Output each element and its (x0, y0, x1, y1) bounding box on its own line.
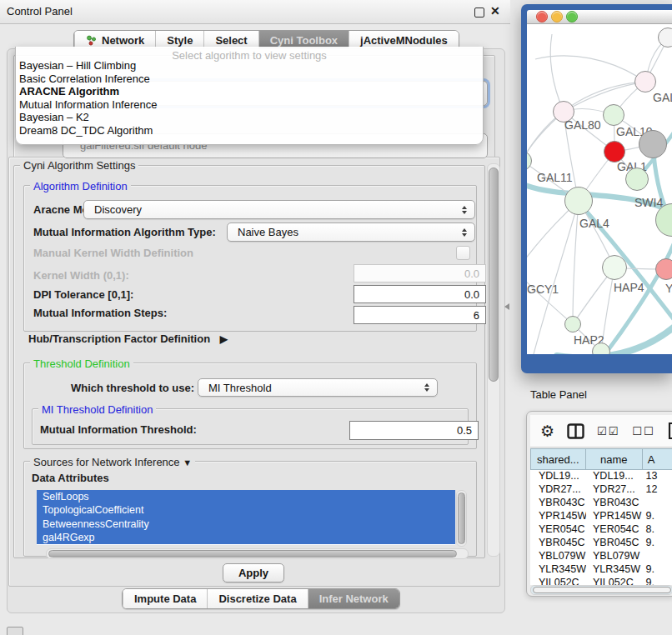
table-row[interactable]: YBR043C YBR043C (530, 497, 672, 510)
table-row[interactable]: YIL052C YIL052C 9. (530, 577, 672, 585)
collapse-arrow-icon[interactable]: ▼ (183, 458, 192, 468)
hub-definition-expander[interactable]: Hub/Transcription Factor Definition ▶ (28, 332, 228, 345)
column-header[interactable]: name (586, 448, 643, 470)
splitpane-collapse-icon[interactable] (504, 303, 509, 310)
mi-type-label: Mutual Information Algorithm Type: (33, 226, 216, 238)
close-traffic-light-icon[interactable] (536, 11, 548, 22)
dropdown-item[interactable]: Bayesian – Hill Climbing (19, 59, 479, 72)
close-icon[interactable]: ✕ (490, 4, 500, 18)
cell-value: 8. (644, 523, 672, 537)
attribute-list-vscrollbar[interactable] (456, 490, 467, 547)
dropdown-item[interactable]: Dream8 DC_TDC Algorithm (19, 124, 479, 138)
table-row[interactable]: YBL079W YBL079W (530, 550, 672, 563)
zoom-traffic-light-icon[interactable] (566, 11, 578, 22)
network-node[interactable] (603, 104, 624, 126)
minimize-traffic-light-icon[interactable] (551, 11, 563, 22)
attribute-list-hscrollbar[interactable] (46, 548, 469, 559)
cell-shared-name: YER054C (530, 523, 586, 537)
float-window-icon[interactable] (474, 8, 484, 18)
network-node[interactable] (655, 258, 672, 280)
mi-steps-input[interactable]: 6 (354, 306, 486, 324)
dropdown-item[interactable]: Basic Correlation Inference (19, 72, 479, 86)
sources-group-title: Sources for Network Inference ▼ (30, 456, 195, 468)
cell-name: YBR043C (586, 497, 644, 510)
data-attributes-list: SelfLoops TopologicalCoefficient Between… (37, 490, 455, 545)
table-panel-window: ⚙ ☑☑ ☐☐ shared... name A YDL19... YDL19.… (526, 411, 672, 597)
deselect-all-checkboxes-icon[interactable]: ☐☐ (632, 425, 654, 438)
apply-button[interactable]: Apply (223, 563, 284, 582)
tab-label: Network (102, 34, 144, 47)
cell-value (644, 497, 672, 510)
column-header[interactable]: shared... (530, 448, 586, 470)
dropdown-item[interactable]: Mutual Information Inference (19, 98, 479, 112)
tab-label: Cyni Toolbox (270, 34, 338, 47)
cell-shared-name: YBL079W (530, 550, 586, 563)
cell-shared-name: YPR145W (530, 510, 586, 523)
select-all-checkboxes-icon[interactable]: ☑☑ (597, 425, 619, 438)
network-view-window[interactable]: GALGAL80GAL10GAL1GAL11SWI4GAL4GCY1HAP4YH… (521, 4, 672, 373)
algorithm-definition-title: Algorithm Definition (30, 180, 131, 192)
aracne-mode-combo[interactable]: Discovery (83, 200, 475, 219)
bottom-tab[interactable]: Impute Data (123, 589, 207, 608)
attribute-list-item[interactable]: gal4RGexp (37, 531, 455, 544)
network-window-titlebar[interactable] (527, 10, 672, 24)
minimized-panel-icon[interactable] (7, 627, 23, 635)
attribute-list-hscrollbar-thumb[interactable] (48, 550, 457, 558)
which-threshold-label: Which threshold to use: (71, 382, 194, 394)
mi-threshold-label: Mutual Information Threshold: (40, 423, 197, 436)
settings-scrollbar-thumb[interactable] (489, 168, 499, 382)
dropdown-item[interactable]: Bayesian – K2 (19, 111, 479, 124)
network-node[interactable] (602, 255, 627, 280)
table-panel-title: Table Panel (530, 388, 587, 401)
dpi-tolerance-input[interactable]: 0.0 (354, 285, 486, 303)
table-row[interactable]: YPR145W YPR145W 9. (530, 510, 672, 523)
mi-type-combo[interactable]: Naive Bayes (227, 222, 475, 242)
cell-value: 9. (644, 510, 672, 523)
attribute-list-item[interactable]: BetweennessCentrality (37, 518, 455, 531)
manual-kernel-checkbox[interactable] (456, 246, 470, 260)
column-header[interactable]: A (643, 448, 672, 470)
table-row[interactable]: YLR345W YLR345W 9. (530, 563, 672, 577)
kernel-width-input[interactable]: 0.0 (354, 264, 486, 282)
table-row[interactable]: YER054C YER054C 8. (530, 523, 672, 537)
attribute-list-vscrollbar-thumb[interactable] (458, 492, 465, 544)
sources-title-text: Sources for Network Inference (33, 456, 180, 468)
dropdown-item[interactable]: ARACNE Algorithm (19, 85, 479, 98)
mi-threshold-input[interactable]: 0.5 (349, 421, 479, 440)
network-node[interactable] (658, 28, 672, 48)
network-node[interactable] (639, 130, 667, 158)
settings-gear-icon[interactable]: ⚙ (540, 422, 554, 441)
manual-kernel-label: Manual Kernel Width Definition (33, 247, 193, 259)
table-hscrollbar-thumb[interactable] (533, 587, 671, 593)
combo-stepper-icon (424, 382, 430, 392)
network-node-label: GAL11 (537, 171, 573, 184)
network-node[interactable] (564, 187, 593, 215)
network-node-label: GAL (653, 91, 672, 104)
bottom-tab[interactable]: Discretize Data (207, 589, 307, 608)
bottom-tab-label: Discretize Data (218, 592, 296, 605)
which-threshold-value: MI Threshold (208, 382, 272, 394)
network-node[interactable] (625, 168, 649, 191)
tab-label: Style (167, 34, 193, 47)
network-node-label: GAL4 (579, 217, 609, 230)
table-hscrollbar[interactable] (530, 585, 672, 595)
table-row[interactable]: YDR27... YDR27... 12 (530, 483, 672, 497)
network-node[interactable] (564, 316, 581, 332)
columns-icon[interactable] (567, 423, 584, 439)
attribute-list-item[interactable]: TopologicalCoefficient (37, 503, 455, 517)
mi-threshold-definition-title: MI Threshold Definition (38, 403, 156, 416)
network-node-label: HAP4 (614, 281, 644, 294)
table-row[interactable]: YBR045C YBR045C 9. (530, 537, 672, 550)
network-tab-icon (86, 35, 97, 46)
document-icon[interactable] (668, 422, 672, 440)
network-node[interactable] (634, 71, 656, 92)
table-row[interactable]: YDL19... YDL19... 13 (530, 470, 672, 483)
hub-definition-label: Hub/Transcription Factor Definition (28, 332, 210, 345)
bottom-tab[interactable]: Infer Network (308, 589, 399, 608)
which-threshold-combo[interactable]: MI Threshold (198, 378, 438, 397)
cell-value: 13 (644, 470, 672, 483)
attribute-list-item[interactable]: SelfLoops (37, 490, 455, 503)
settings-scrollbar[interactable] (487, 163, 500, 557)
cell-name: YBL079W (586, 550, 644, 563)
network-canvas[interactable]: GALGAL80GAL10GAL1GAL11SWI4GAL4GCY1HAP4YH… (527, 24, 672, 354)
